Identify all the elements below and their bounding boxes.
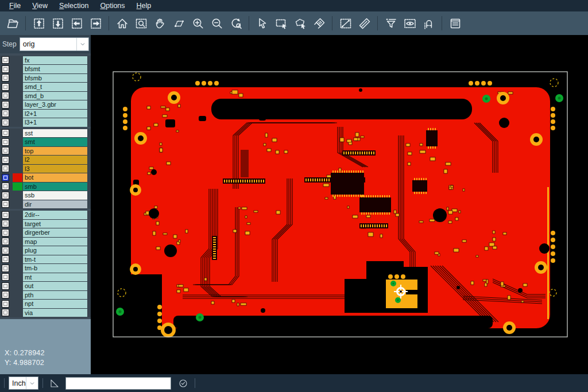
layer-row-layer_3.gbr[interactable]: layer_3.gbr [0, 100, 91, 110]
layer-row-via[interactable]: via [0, 308, 91, 317]
layer-checkbox-tm-b[interactable] [2, 265, 9, 272]
layer-name[interactable]: target [23, 220, 87, 228]
zoom-polygon-button[interactable] [169, 14, 188, 33]
layer-name[interactable]: bfsmt [23, 65, 87, 73]
layer-checkbox-fx[interactable] [2, 56, 9, 64]
layer-checkbox-plug[interactable] [2, 247, 9, 254]
layer-row-dir[interactable]: dir [0, 200, 91, 209]
layer-row-mt[interactable]: mt [0, 273, 91, 282]
import-down-button[interactable] [48, 14, 67, 33]
layer-name[interactable]: l3+1 [23, 118, 87, 127]
layer-name[interactable]: npt [23, 300, 87, 308]
chevron-down-icon[interactable] [26, 377, 38, 389]
layer-checkbox-l3+1[interactable] [2, 119, 9, 126]
brush-button[interactable] [310, 14, 328, 33]
layer-row-plug[interactable]: plug [0, 246, 91, 255]
layer-name[interactable]: ssb [23, 191, 87, 200]
apply-button[interactable] [176, 376, 191, 391]
layer-checkbox-tm-t[interactable] [2, 255, 9, 263]
layer-checkbox-bfsmt[interactable] [2, 65, 9, 73]
unit-select[interactable]: Inch [9, 377, 38, 390]
layer-checkbox-layer_3.gbr[interactable] [2, 101, 9, 108]
menu-file[interactable]: File [3, 1, 26, 11]
layer-checkbox-ssb[interactable] [2, 192, 9, 199]
layer-row-bot[interactable]: bot [0, 173, 91, 183]
view-options-button[interactable] [400, 14, 419, 33]
zoom-in-button[interactable] [188, 14, 207, 33]
layer-row-l2+1[interactable]: l2+1 [0, 109, 91, 118]
zoom-window-button[interactable] [131, 14, 150, 33]
layer-name[interactable]: smd_b [23, 92, 87, 100]
layer-row-smd_b[interactable]: smd_b [0, 91, 91, 100]
layer-row-npt[interactable]: npt [0, 300, 91, 309]
layer-row-out[interactable]: out [0, 282, 91, 291]
layer-checkbox-pth[interactable] [2, 291, 9, 298]
layer-row-bfsmt[interactable]: bfsmt [0, 65, 91, 74]
layer-checkbox-smd_t[interactable] [2, 83, 9, 91]
import-up-button[interactable] [29, 14, 48, 33]
layer-name[interactable]: bfsmb [23, 74, 87, 83]
layer-row-bfsmb[interactable]: bfsmb [0, 73, 91, 83]
layer-name[interactable]: smb [23, 183, 87, 191]
zoom-out-button[interactable] [207, 14, 226, 33]
command-input[interactable] [65, 377, 171, 390]
home-view-button[interactable] [113, 14, 131, 33]
layer-row-smt[interactable]: smt [0, 138, 91, 147]
layer-name[interactable]: mt [23, 273, 87, 282]
corner-tool-button[interactable] [47, 376, 62, 391]
layer-checkbox-dir[interactable] [2, 200, 9, 208]
layer-name[interactable]: 2dir-- [23, 211, 87, 219]
layer-row-smd_t[interactable]: smd_t [0, 83, 91, 92]
layer-name[interactable]: l2+1 [23, 110, 87, 118]
layer-row-dirgerber[interactable]: dirgerber [0, 228, 91, 238]
layer-row-ssb[interactable]: ssb [0, 191, 91, 200]
layer-checkbox-smd_b[interactable] [2, 92, 9, 99]
layer-name[interactable]: l3 [23, 165, 87, 173]
layer-checkbox-sst[interactable] [2, 129, 9, 137]
layer-checkbox-l2[interactable] [2, 156, 9, 164]
layer-checkbox-out[interactable] [2, 282, 9, 290]
layer-name[interactable]: top [23, 147, 87, 156]
menu-selection[interactable]: Selection [53, 1, 94, 11]
layer-name[interactable]: l2 [23, 156, 87, 164]
layer-row-top[interactable]: top [0, 146, 91, 156]
zoom-undo-button[interactable] [226, 14, 245, 33]
layer-row-l3[interactable]: l3 [0, 164, 91, 173]
select-pointer-button[interactable] [253, 14, 272, 33]
layer-name[interactable]: dir [23, 200, 87, 209]
layer-checkbox-2dir--[interactable] [2, 211, 9, 219]
layer-checkbox-l2+1[interactable] [2, 110, 9, 117]
pcb-canvas[interactable] [91, 35, 588, 374]
measure-button[interactable] [336, 14, 355, 33]
layer-row-tm-t[interactable]: tm-t [0, 255, 91, 264]
layer-row-sst[interactable]: sst [0, 129, 91, 138]
select-polygon-button[interactable] [291, 14, 310, 33]
import-left-button[interactable] [67, 14, 86, 33]
layer-name[interactable]: sst [23, 129, 87, 138]
layer-row-tm-b[interactable]: tm-b [0, 264, 91, 273]
layer-checkbox-mt[interactable] [2, 273, 9, 281]
chevron-down-icon[interactable] [76, 38, 88, 51]
pan-button[interactable] [150, 14, 169, 33]
layer-checkbox-via[interactable] [2, 309, 9, 316]
layer-checkbox-top[interactable] [2, 147, 9, 154]
layer-row-2dir--[interactable]: 2dir-- [0, 211, 91, 220]
filter-button[interactable] [381, 14, 400, 33]
report-button[interactable] [446, 14, 465, 33]
layer-name[interactable]: out [23, 282, 87, 290]
ruler-button[interactable] [355, 14, 374, 33]
layer-checkbox-dirgerber[interactable] [2, 229, 9, 236]
layer-checkbox-smb[interactable] [2, 183, 9, 190]
layer-checkbox-smt[interactable] [2, 138, 9, 146]
layer-row-fx[interactable]: fx [0, 56, 91, 65]
layer-name[interactable]: smt [23, 138, 87, 146]
layer-name[interactable]: pth [23, 291, 87, 300]
layer-row-l2[interactable]: l2 [0, 156, 91, 165]
layer-row-target[interactable]: target [0, 219, 91, 228]
step-select[interactable]: orig [20, 37, 89, 51]
layer-checkbox-target[interactable] [2, 220, 9, 227]
layer-name[interactable]: tm-b [23, 264, 87, 273]
select-rect-button[interactable] [272, 14, 291, 33]
layer-row-pth[interactable]: pth [0, 290, 91, 300]
layer-name[interactable]: fx [23, 56, 87, 65]
